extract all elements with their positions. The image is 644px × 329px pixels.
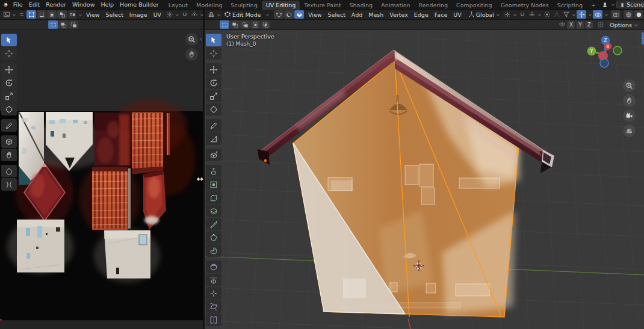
uv-select-mode-button[interactable] [37,10,46,19]
uv-tool-button[interactable] [1,119,17,132]
selectbox-mode-button[interactable] [48,20,58,29]
shading-mode-button[interactable] [634,10,643,19]
workspace-tab[interactable]: Texture Paint [300,1,345,10]
workspace-tab[interactable]: Rendering [415,1,453,10]
workspace-tab[interactable]: Geometry Nodes [497,1,553,10]
viewport-tool-button[interactable] [206,149,221,161]
viewport-tool-button[interactable] [206,287,221,300]
mirror-icon[interactable] [557,20,566,29]
show-overlays-button[interactable] [593,10,602,19]
transform-orientation[interactable]: Global [466,10,502,19]
mirror-y-button[interactable]: Y [576,21,584,29]
uv-tool-button[interactable] [1,178,17,191]
viewport-tool-button[interactable] [206,231,221,244]
snap-target-icon[interactable] [527,10,536,19]
menu-item[interactable]: Select [325,10,348,19]
proportional-edit-icon[interactable] [542,10,551,19]
viewport-tool-button[interactable] [206,90,221,102]
viewport-pan-button[interactable] [623,94,636,107]
selectbox-mode-button[interactable] [261,20,270,29]
viewport-camera-button[interactable] [623,109,636,122]
viewport-tool-button[interactable] [206,178,221,191]
snap-magnet-icon[interactable] [180,10,189,19]
viewport-tool-button[interactable] [206,218,221,230]
scene-selector[interactable]: Scene [616,1,644,8]
menu-item[interactable]: File [10,0,26,9]
uv-tool-button[interactable] [1,63,17,76]
selectbox-mode-button[interactable] [69,20,78,29]
workspace-tab[interactable]: Modeling [192,1,226,10]
selectbox-mode-button[interactable] [250,20,260,29]
menu-item[interactable]: Home Builder [117,0,162,9]
selectbox-mode-button[interactable] [220,20,229,29]
editor-type-icon[interactable] [206,10,215,19]
uv-select-mode-button[interactable] [26,10,36,19]
uv-zoom-button[interactable] [185,33,198,46]
show-gizmo-button[interactable] [577,10,586,19]
shading-mode-button[interactable] [624,10,633,19]
mode-selector[interactable]: Edit Mode [221,10,271,19]
viewport-tool-button[interactable] [206,244,221,257]
house-mesh[interactable] [258,50,554,317]
uv-sidebar-toggle[interactable]: ‹ [200,36,202,43]
menu-item[interactable]: UV [450,10,464,19]
xray-toggle-button[interactable] [611,10,621,19]
blender-logo-icon[interactable] [2,1,8,8]
viewport-tool-button[interactable] [206,63,221,76]
mesh-select-mode-button[interactable] [294,10,304,19]
uv-pan-button[interactable] [185,48,198,61]
workspace-tab[interactable]: + [587,1,600,10]
viewport-tool-button[interactable] [206,260,221,273]
uv-tool-button[interactable] [1,34,17,46]
viewport-tool-button[interactable] [206,300,221,313]
viewport-tool-button[interactable] [206,204,221,217]
menu-item[interactable]: Select [103,10,126,19]
uv-canvas[interactable]: ‹ [0,30,203,329]
editor-type-icon[interactable] [2,10,11,19]
mirror-x-button[interactable]: X [567,21,575,29]
uv-tool-button[interactable] [1,165,17,177]
snap-uv-icon[interactable] [596,20,605,29]
menu-item[interactable]: UV [150,10,164,19]
visibility-filter-icon[interactable] [562,10,571,19]
navigation-gizmo[interactable]: Z X Y [584,32,628,77]
viewport-ortho-button[interactable] [623,125,636,137]
uv-tool-button[interactable] [1,149,17,161]
uv-select-mode-button[interactable] [57,10,67,19]
menu-item[interactable]: Render [43,0,69,9]
uv-tool-button[interactable] [1,47,17,60]
scene-icon[interactable] [600,1,609,9]
menu-item[interactable]: Face [432,10,450,19]
falloff-icon[interactable] [552,10,561,19]
pivot-icon[interactable] [165,10,174,19]
workspace-tab[interactable]: Sculpting [226,1,261,10]
pane-divider[interactable] [203,10,205,329]
uv-tool-button[interactable] [1,90,17,102]
uv-sync-icon[interactable] [17,10,26,19]
workspace-tab[interactable]: UV Editing [262,1,300,10]
workspace-tab[interactable]: Shading [345,1,377,10]
viewport-zoom-button[interactable] [623,79,636,92]
snap-magnet-icon[interactable] [518,10,527,19]
menu-item[interactable]: Edit [26,0,43,9]
uv-tool-button[interactable] [1,76,17,89]
viewport-tool-button[interactable] [206,191,221,204]
options-dropdown[interactable]: Options [607,21,640,29]
viewport-tool-button[interactable] [206,103,221,115]
workspace-tab[interactable]: Animation [377,1,414,10]
workspace-tab[interactable]: Scripting [553,1,587,10]
uv-tool-button[interactable] [1,135,17,148]
viewport-tool-button[interactable] [206,165,221,177]
snap-target-icon[interactable] [190,10,199,19]
workspace-tab[interactable]: Compositing [452,1,497,10]
viewport-canvas[interactable]: User Perspective (1) Mesh_0 Z X Y [205,30,644,329]
menu-item[interactable]: View [83,10,103,19]
menu-item[interactable]: Edge [411,10,432,19]
viewport-tool-button[interactable] [206,47,221,60]
menu-item[interactable]: Window [69,0,98,9]
viewport-tool-button[interactable] [206,119,221,132]
uv-tool-button[interactable] [1,103,17,115]
mesh-select-mode-button[interactable] [274,10,283,19]
menu-item[interactable]: Vertex [386,10,411,19]
menu-item[interactable]: Image [126,10,150,19]
